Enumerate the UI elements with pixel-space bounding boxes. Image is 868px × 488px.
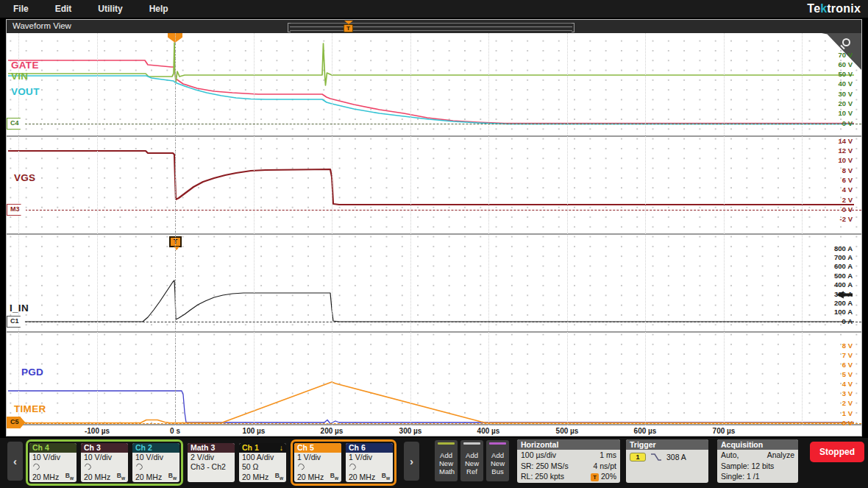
record-length: RL: 250 kpts	[521, 471, 564, 482]
channel-single: Ch 1↓100 A/div50 Ω20 MHzBw	[239, 443, 286, 482]
channel-badge-header: Ch 6	[346, 443, 393, 453]
grid-vline	[97, 33, 98, 425]
bandwidth-value: 20 MHz	[84, 473, 110, 482]
trace-gate	[8, 60, 854, 124]
trace-vin	[8, 43, 854, 85]
horizontal-panel[interactable]: Horizontal 100 µs/div1 ms SR: 250 MS/s4 …	[517, 439, 620, 483]
iin-scale-tick: 500 A	[834, 272, 853, 280]
trigger-panel-title: Trigger	[626, 439, 708, 450]
add-new-ref-button[interactable]: AddNewRef	[460, 440, 483, 481]
vgs-scale-tick: 8 V	[842, 166, 853, 174]
channel-single: Math 32 V/divCh3 - Ch2	[188, 443, 235, 482]
waveform-view-panel: Waveform View T T 70 V60 V50 V40 V30 V20…	[6, 19, 862, 436]
logo-text: Te	[807, 2, 820, 15]
add-new-buttons: AddNewMathAddNewRefAddNewBus	[435, 440, 509, 481]
time-axis-label: 100 µs	[232, 427, 276, 435]
iin-scale-tick: 200 A	[834, 299, 853, 307]
zero-reference-line	[7, 322, 861, 322]
logo-text-2: tronix	[827, 2, 861, 15]
waveform-label-vin: VIN	[11, 71, 28, 82]
scroll-badges-right-button[interactable]: ›	[404, 442, 419, 481]
channel-badge-ch4[interactable]: Ch 410 V/div20 MHzBw	[29, 443, 77, 482]
probe-icon	[135, 462, 143, 470]
channel-badge-label: Ch 3	[84, 443, 101, 453]
menu-item-edit[interactable]: Edit	[42, 4, 85, 14]
vgs-scale-tick: 10 V	[838, 156, 853, 164]
horizontal-position-scrollbar[interactable]: T	[290, 23, 572, 31]
oscilloscope-screen: FileEditUtilityHelp Tektronix Waveform V…	[0, 0, 868, 488]
falling-edge-icon	[650, 453, 662, 462]
settings-bar: ‹ Ch 410 V/div20 MHzBwCh 310 V/div20 MHz…	[0, 438, 868, 488]
acquisition-mode: Auto,	[721, 450, 739, 461]
channel-badge-ch1[interactable]: Ch 1↓100 A/div50 Ω20 MHzBw	[239, 443, 286, 482]
iin-scale-tick: 600 A	[834, 262, 853, 270]
pgd-timer-scale-tick: 8 V	[842, 342, 853, 350]
gate-vin-vout-scale-tick: 0 V	[842, 119, 853, 127]
time-axis-label: 400 µs	[466, 427, 511, 435]
probe-icon	[32, 462, 40, 470]
acquisition-analyze: Analyze	[767, 450, 794, 461]
graticule-area[interactable]: T 70 V60 V50 V40 V30 V20 V10 V0 V14 V12 …	[7, 33, 861, 436]
grid-vline	[175, 33, 176, 425]
grid-vline	[645, 33, 646, 425]
waveform-traces	[7, 33, 861, 425]
trace-i_in	[8, 280, 854, 322]
trigger-position-marker[interactable]: T	[344, 21, 353, 32]
channel-group: Ch 410 V/div20 MHzBwCh 310 V/div20 MHzBw…	[26, 439, 183, 486]
channel-badge-setting: 10 V/div	[29, 453, 77, 462]
grid-vline	[724, 33, 725, 425]
channel-badge-setting: Ch3 - Ch2	[188, 462, 235, 472]
channel-badge-math3[interactable]: Math 32 V/divCh3 - Ch2	[188, 443, 235, 482]
scroll-badges-left-button[interactable]: ‹	[7, 442, 23, 481]
channel-badge-setting: 10 V/div	[132, 453, 179, 462]
horizontal-scale: 100 µs/div	[521, 450, 556, 461]
trigger-level-value: 308 A	[666, 452, 686, 463]
scrollbar-track-line	[290, 26, 572, 27]
channel-badge-ch2[interactable]: Ch 210 V/div20 MHzBw	[132, 443, 179, 482]
channel-badge-ch5[interactable]: Ch 51 V/div20 MHzBw	[294, 443, 341, 482]
vgs-scale-tick: 0 V	[842, 205, 853, 213]
channel-badge-header: Ch 2	[132, 443, 179, 453]
channel-badge-header: Ch 3	[81, 443, 128, 453]
channel-badge-label: Ch 5	[297, 443, 314, 453]
grid-vline	[332, 33, 332, 425]
trace-pgd	[8, 391, 854, 424]
trigger-panel[interactable]: Trigger 1 308 A	[626, 439, 708, 483]
vgs-scale-tick: 4 V	[842, 185, 853, 194]
waveform-label-pgd: PGD	[21, 367, 43, 378]
trace-timer	[8, 382, 854, 423]
waveform-label-vout: VOUT	[11, 86, 40, 97]
vgs-scale-tick: 12 V	[838, 146, 853, 155]
logo-accent: k	[820, 2, 827, 15]
bandwidth-value: 20 MHz	[349, 473, 375, 482]
acquisition-panel[interactable]: Acquisition Auto,Analyze Sample: 12 bits…	[717, 439, 798, 483]
vgs-scale-tick: 14 V	[838, 137, 853, 145]
add-new-math-button[interactable]: AddNewMath	[435, 440, 458, 481]
waveform-view-header: Waveform View T	[7, 20, 861, 33]
time-axis-label: 300 µs	[388, 427, 433, 435]
iin-scale-tick: 400 A	[834, 280, 853, 289]
bandwidth-value: 20 MHz	[135, 473, 162, 482]
channel-badge-ch3[interactable]: Ch 310 V/div20 MHzBw	[81, 443, 128, 482]
probe-icon	[83, 462, 92, 470]
menu-item-utility[interactable]: Utility	[85, 4, 135, 14]
bandwidth-row: 20 MHzBw	[29, 471, 77, 482]
channel-badge-setting: 50 Ω	[239, 462, 286, 472]
channel-group: Ch 51 V/div20 MHzBwCh 61 V/div20 MHzBw	[291, 439, 396, 486]
grid-vline	[254, 33, 255, 425]
trigger-source-badge: 1	[630, 453, 646, 462]
tab-waveform-view[interactable]: Waveform View	[13, 21, 71, 30]
bus-stripe-icon	[489, 442, 506, 445]
channel-badge-setting: 10 V/div	[81, 453, 128, 462]
menu-item-file[interactable]: File	[0, 4, 42, 14]
run-stop-status-button[interactable]: Stopped	[810, 442, 864, 462]
pgd-timer-scale-tick: 7 V	[842, 351, 853, 359]
channel-badge-label: Ch 1	[242, 443, 259, 453]
channel-badge-setting: 1 V/div	[346, 453, 393, 462]
bandwidth-limit-icon: Bw	[65, 471, 74, 482]
add-new-bus-button[interactable]: AddNewBus	[486, 440, 509, 481]
channel-badge-ch6[interactable]: Ch 61 V/div20 MHzBw	[346, 443, 393, 482]
menu-item-help[interactable]: Help	[136, 4, 182, 14]
waveform-label-i_in: I_IN	[10, 303, 29, 314]
sample-rate: SR: 250 MS/s	[521, 461, 569, 472]
